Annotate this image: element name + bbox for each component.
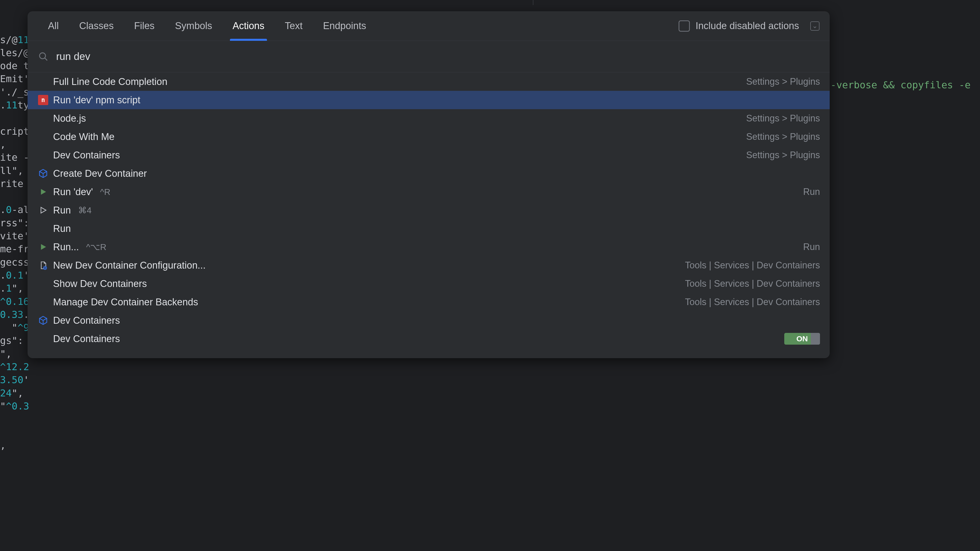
- result-label: Manage Dev Container Backends: [53, 297, 198, 308]
- result-item[interactable]: Manage Dev Container BackendsTools | Ser…: [27, 293, 830, 311]
- search-input[interactable]: [56, 51, 819, 62]
- tab-actions[interactable]: Actions: [222, 11, 275, 41]
- toggle-on-badge[interactable]: ON: [784, 333, 820, 345]
- result-hint: Settings > Plugins: [746, 76, 820, 87]
- result-label: Create Dev Container: [53, 168, 147, 179]
- result-item[interactable]: Dev ContainersON: [27, 330, 830, 348]
- spacer-icon: [37, 296, 49, 308]
- result-item[interactable]: Create Dev Container: [27, 164, 830, 183]
- result-label: Run: [53, 223, 71, 234]
- result-hint: Settings > Plugins: [746, 113, 820, 124]
- tab-symbols[interactable]: Symbols: [165, 11, 223, 41]
- spacer-icon: [37, 333, 49, 345]
- cube-icon: [37, 168, 49, 179]
- spacer-icon: [37, 278, 49, 289]
- result-label: Run 'dev' npm script: [53, 95, 140, 106]
- result-shortcut: ^⌥R: [86, 242, 107, 252]
- result-label: Dev Containers: [53, 150, 120, 161]
- play-outline-icon: [37, 204, 49, 216]
- spacer-icon: [37, 113, 49, 124]
- include-disabled-actions-checkbox[interactable]: Include disabled actions: [679, 21, 799, 32]
- results-list: Full Line Code CompletionSettings > Plug…: [27, 73, 830, 358]
- tab-classes[interactable]: Classes: [69, 11, 124, 41]
- result-item[interactable]: Node.jsSettings > Plugins: [27, 109, 830, 127]
- filter-toggle-icon[interactable]: ⌄: [810, 21, 819, 30]
- result-item[interactable]: Dev ContainersSettings > Plugins: [27, 146, 830, 164]
- npm-icon: n: [37, 94, 49, 106]
- play-icon: [37, 186, 49, 198]
- result-label: New Dev Container Configuration...: [53, 260, 206, 271]
- result-hint: Settings > Plugins: [746, 150, 820, 160]
- result-item[interactable]: Run: [27, 219, 830, 238]
- result-label: Run: [53, 205, 71, 216]
- search-tabs: AllClassesFilesSymbolsActionsTextEndpoin…: [27, 11, 830, 41]
- tab-text[interactable]: Text: [275, 11, 313, 41]
- result-hint: Tools | Services | Dev Containers: [685, 297, 820, 307]
- search-icon: [38, 52, 48, 62]
- result-hint: Tools | Services | Dev Containers: [685, 260, 820, 271]
- tab-endpoints[interactable]: Endpoints: [313, 11, 376, 41]
- result-label: Dev Containers: [53, 333, 120, 345]
- result-label: Show Dev Containers: [53, 278, 147, 289]
- result-item[interactable]: Code With MeSettings > Plugins: [27, 127, 830, 146]
- result-label: Node.js: [53, 113, 86, 124]
- editor-pane-divider: [533, 0, 533, 5]
- tab-all[interactable]: All: [38, 11, 69, 41]
- result-item[interactable]: Run 'dev'^RRun: [27, 183, 830, 201]
- result-label: Code With Me: [53, 131, 115, 142]
- result-item[interactable]: Full Line Code CompletionSettings > Plug…: [27, 73, 830, 91]
- result-item[interactable]: Run...^⌥RRun: [27, 238, 830, 256]
- result-hint: Tools | Services | Dev Containers: [685, 278, 820, 289]
- spacer-icon: [37, 76, 49, 87]
- result-hint: Run: [803, 241, 820, 252]
- result-item[interactable]: nRun 'dev' npm script: [27, 91, 830, 109]
- result-shortcut: ⌘4: [78, 205, 92, 215]
- result-shortcut: ^R: [100, 187, 110, 197]
- new-file-icon: [37, 259, 49, 271]
- search-everywhere-popup: AllClassesFilesSymbolsActionsTextEndpoin…: [27, 11, 830, 358]
- result-item[interactable]: Dev Containers: [27, 311, 830, 330]
- play-icon: [37, 241, 49, 253]
- result-item[interactable]: Show Dev ContainersTools | Services | De…: [27, 275, 830, 293]
- search-row: [27, 41, 830, 73]
- svg-line-1: [45, 58, 47, 60]
- checkbox-icon: [679, 21, 690, 32]
- include-disabled-label: Include disabled actions: [695, 21, 799, 32]
- spacer-icon: [37, 131, 49, 143]
- svg-point-0: [40, 53, 45, 59]
- result-label: Dev Containers: [53, 315, 120, 326]
- tab-files[interactable]: Files: [124, 11, 165, 41]
- result-label: Run...: [53, 241, 79, 252]
- result-item[interactable]: New Dev Container Configuration...Tools …: [27, 256, 830, 275]
- result-label: Full Line Code Completion: [53, 76, 167, 87]
- spacer-icon: [37, 149, 49, 161]
- result-label: Run 'dev': [53, 186, 93, 197]
- result-item[interactable]: Run⌘4: [27, 201, 830, 219]
- result-hint: Settings > Plugins: [746, 131, 820, 142]
- result-hint: Run: [803, 186, 820, 197]
- spacer-icon: [37, 223, 49, 234]
- cube-icon: [37, 314, 49, 326]
